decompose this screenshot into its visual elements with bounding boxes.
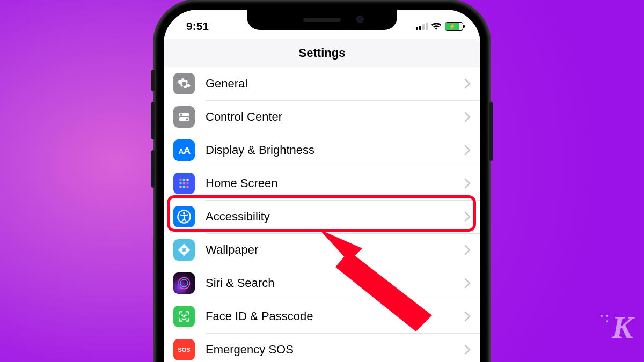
svg-point-29 [182,315,182,315]
row-accessibility[interactable]: Accessibility [164,200,480,233]
svg-rect-14 [186,186,188,188]
speaker [303,18,341,22]
row-label: Emergency SOS [206,343,464,357]
phone-frame: 9:51 ⚡ Settings General [154,0,490,362]
svg-point-20 [185,248,190,251]
svg-point-3 [186,118,188,120]
mute-switch [151,70,155,91]
battery-icon: ⚡ [445,22,463,31]
row-emergency-sos[interactable]: SOS Emergency SOS [164,333,480,362]
row-label: Control Center [206,110,464,124]
chevron-right-icon [464,311,471,322]
svg-rect-10 [183,182,185,184]
chevron-right-icon [464,112,471,122]
row-label: Wallpaper [206,243,464,257]
siri-icon [173,272,195,294]
svg-rect-8 [186,179,188,181]
volume-down-button [151,150,155,188]
svg-point-30 [186,315,186,315]
chevron-right-icon [464,211,471,222]
svg-rect-7 [183,179,185,181]
switches-icon [173,106,195,128]
svg-rect-9 [179,182,181,184]
text-size-icon: AA [173,139,195,161]
charging-bolt-icon: ⚡ [449,24,456,29]
accessibility-icon [173,206,195,227]
power-button [489,102,493,161]
svg-text:SOS: SOS [178,346,190,353]
gear-icon [173,73,195,94]
row-home-screen[interactable]: Home Screen [164,167,480,200]
sos-icon: SOS [173,339,195,360]
row-display-brightness[interactable]: AA Display & Brightness [164,134,480,167]
row-faceid-passcode[interactable]: Face ID & Passcode [164,300,480,333]
chevron-right-icon [464,344,471,355]
row-siri-search[interactable]: Siri & Search [164,267,480,300]
row-wallpaper[interactable]: Wallpaper [164,233,480,267]
chevron-right-icon [464,178,471,189]
svg-point-18 [182,251,185,256]
row-general[interactable]: General [164,67,480,100]
faceid-icon [173,306,195,327]
svg-rect-13 [183,186,185,188]
row-label: Face ID & Passcode [206,309,464,323]
watermark-letter: K [612,309,632,345]
svg-rect-11 [186,182,188,184]
chevron-right-icon [464,245,471,255]
svg-point-19 [178,248,183,251]
row-label: Siri & Search [206,276,464,290]
volume-up-button [151,102,155,139]
cellular-signal-icon [416,23,428,30]
svg-text:A: A [184,145,191,156]
status-indicators: ⚡ [416,22,463,31]
svg-rect-12 [179,186,181,188]
chevron-right-icon [464,78,471,89]
row-label: Display & Brightness [206,143,464,157]
page-title: Settings [164,39,480,67]
svg-point-25 [182,248,185,251]
wifi-icon [431,22,442,31]
chevron-right-icon [464,278,471,289]
watermark-dots-icon: ∙∙ ∙ [600,313,611,324]
svg-point-16 [183,212,185,214]
svg-point-1 [180,114,182,116]
settings-list[interactable]: General Control Center AA Display & Brig… [164,67,480,362]
row-label: Accessibility [206,210,464,224]
svg-point-28 [180,279,188,287]
svg-point-17 [182,244,185,249]
notch [247,10,397,30]
front-camera [356,16,364,23]
chevron-right-icon [464,145,471,156]
svg-rect-6 [179,179,181,181]
grid-icon [173,173,195,194]
row-label: General [206,77,464,91]
phone-screen: 9:51 ⚡ Settings General [164,10,480,362]
watermark-logo: ∙∙ ∙ K [612,309,632,346]
flower-icon [173,239,195,261]
status-time: 9:51 [186,20,209,33]
row-label: Home Screen [206,176,464,190]
row-control-center[interactable]: Control Center [164,100,480,134]
